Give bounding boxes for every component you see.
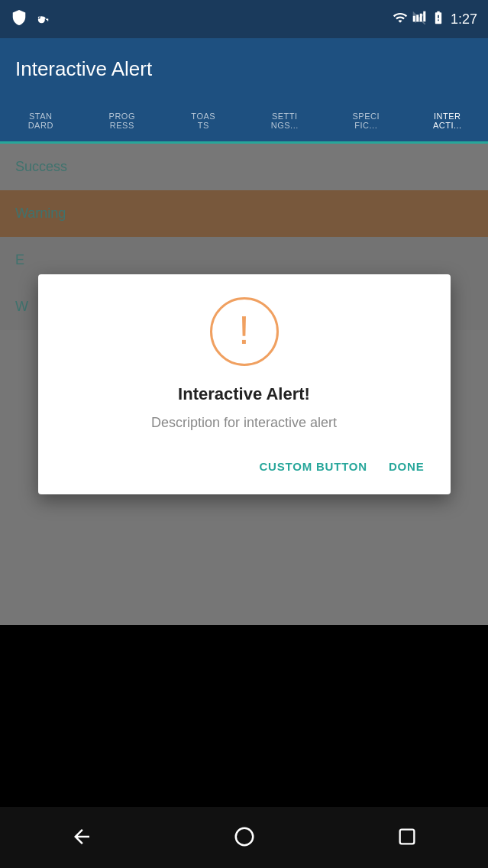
status-bar-right: 1:27: [393, 10, 477, 28]
dialog-buttons: CUSTOM BUTTON DONE: [61, 454, 428, 479]
wifi-icon: [393, 10, 408, 28]
dialog-icon-circle: !: [210, 297, 279, 366]
custom-button[interactable]: CUSTOM BUTTON: [256, 454, 370, 479]
back-button[interactable]: [70, 825, 93, 850]
dialog-overlay: ! Interactive Alert! Description for int…: [0, 144, 488, 625]
bottom-nav: [0, 807, 488, 868]
tab-standard[interactable]: STANDARD: [0, 99, 82, 141]
app-bar: Interactive Alert: [0, 38, 488, 99]
dialog-title: Interactive Alert!: [178, 384, 310, 404]
shield-icon: [11, 9, 27, 29]
svg-point-0: [236, 828, 254, 845]
exclamation-icon: !: [238, 310, 249, 350]
tabs-bar: STANDARD PROGRESS TOASTS SETTINGS... SPE…: [0, 99, 488, 144]
tab-progress[interactable]: PROGRESS: [82, 99, 163, 141]
done-button[interactable]: DONE: [386, 454, 428, 479]
content-area: Success Warning E W ! Interactive Alert!…: [0, 144, 488, 625]
app-bar-title: Interactive Alert: [15, 57, 152, 81]
tab-interactive[interactable]: INTERACTI...: [407, 99, 489, 144]
home-button[interactable]: [233, 825, 256, 850]
recents-button[interactable]: [396, 826, 418, 850]
tab-toasts[interactable]: TOASTS: [163, 99, 244, 141]
dialog-description: Description for interactive alert: [151, 415, 337, 431]
status-bar: 1:27: [0, 0, 488, 38]
dialog: ! Interactive Alert! Description for int…: [38, 274, 451, 494]
signal-icon: [412, 11, 426, 28]
battery-icon: [431, 10, 446, 28]
tab-specific[interactable]: SPECIFIC...: [325, 99, 407, 141]
status-time: 1:27: [451, 11, 477, 28]
tab-settings[interactable]: SETTINGS...: [244, 99, 326, 141]
status-bar-left: [11, 9, 49, 29]
key-icon: [35, 11, 49, 28]
svg-rect-1: [400, 829, 415, 844]
